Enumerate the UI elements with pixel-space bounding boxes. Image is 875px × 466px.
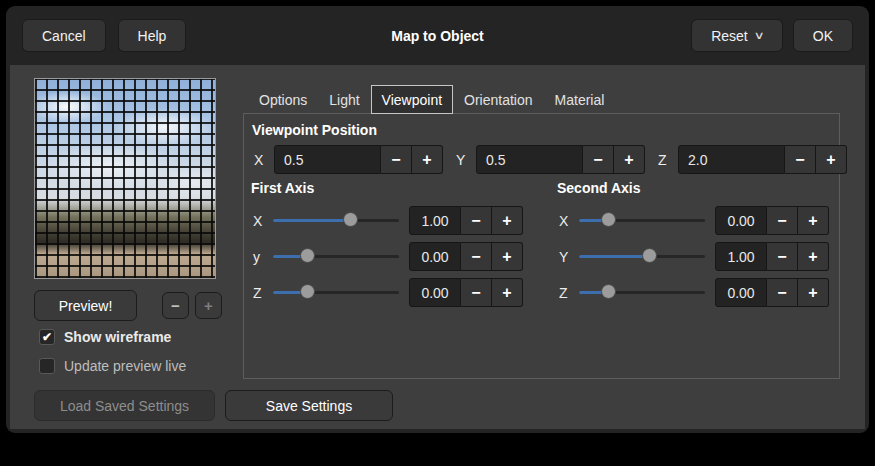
second-axis-z-row: Z 0.00 − +	[559, 278, 829, 307]
second-axis-x-row: X 0.00 − +	[559, 206, 829, 235]
update-preview-live-checkbox[interactable]: Update preview live	[39, 358, 186, 374]
tab-orientation[interactable]: Orientation	[453, 85, 543, 114]
plus-icon[interactable]: +	[798, 278, 829, 307]
slider-thumb[interactable]	[300, 284, 315, 299]
chevron-down-icon: ∨	[753, 29, 764, 42]
second-axis-x-slider[interactable]	[579, 206, 705, 235]
plus-icon[interactable]: +	[816, 145, 847, 174]
titlebar: Cancel Help Map to Object Reset ∨ OK	[6, 6, 869, 65]
x-label: X	[254, 152, 267, 168]
slider-thumb[interactable]	[601, 284, 616, 299]
slider-thumb[interactable]	[642, 248, 657, 263]
slider-thumb[interactable]	[343, 212, 358, 227]
minus-icon[interactable]: −	[461, 206, 492, 235]
viewpoint-x-field: X 0.5 − +	[254, 145, 443, 174]
second-axis-y-slider[interactable]	[579, 242, 705, 271]
cancel-button[interactable]: Cancel	[22, 19, 106, 52]
z-label: Z	[559, 285, 572, 301]
first-axis-y-row: y 0.00 − +	[253, 242, 523, 271]
plus-icon[interactable]: +	[614, 145, 645, 174]
z-label: Z	[253, 285, 266, 301]
plus-icon[interactable]: +	[492, 206, 523, 235]
second-axis-title: Second Axis	[557, 180, 641, 196]
tab-options[interactable]: Options	[248, 85, 318, 114]
second-axis-z-input[interactable]: 0.00	[715, 278, 767, 307]
x-label: X	[253, 213, 266, 229]
first-axis-x-slider[interactable]	[273, 206, 399, 235]
show-wireframe-label: Show wireframe	[64, 329, 171, 345]
minus-icon[interactable]: −	[381, 145, 412, 174]
first-axis-z-input[interactable]: 0.00	[409, 278, 461, 307]
update-preview-live-label: Update preview live	[64, 358, 186, 374]
plus-icon[interactable]: +	[492, 278, 523, 307]
viewpoint-z-input[interactable]: 2.0	[678, 145, 785, 174]
slider-thumb[interactable]	[300, 248, 315, 263]
reset-label: Reset	[711, 28, 748, 44]
y-label: y	[253, 249, 266, 265]
second-axis-z-slider[interactable]	[579, 278, 705, 307]
show-wireframe-checkbox[interactable]: ✔ Show wireframe	[39, 329, 171, 345]
minus-icon[interactable]: −	[461, 242, 492, 271]
plus-icon[interactable]: +	[798, 206, 829, 235]
notebook-tabs: Options Light Viewpoint Orientation Mate…	[248, 85, 615, 114]
y-label: Y	[559, 249, 572, 265]
map-to-object-dialog: Cancel Help Map to Object Reset ∨ OK Pre…	[6, 6, 869, 433]
minus-icon[interactable]: −	[461, 278, 492, 307]
checkbox-empty-icon	[39, 358, 55, 374]
save-settings-button[interactable]: Save Settings	[225, 390, 393, 421]
minus-icon[interactable]: −	[767, 278, 798, 307]
plus-icon[interactable]: +	[492, 242, 523, 271]
viewpoint-z-field: Z 2.0 − +	[658, 145, 847, 174]
viewpoint-x-input[interactable]: 0.5	[274, 145, 381, 174]
preview-button[interactable]: Preview!	[34, 290, 137, 321]
x-label: X	[559, 213, 572, 229]
dialog-content: Preview! − + ✔ Show wireframe Update pre…	[10, 65, 865, 429]
first-axis-x-input[interactable]: 1.00	[409, 206, 461, 235]
desktop-background: Cancel Help Map to Object Reset ∨ OK Pre…	[0, 0, 875, 466]
minus-icon[interactable]: −	[583, 145, 614, 174]
help-button[interactable]: Help	[118, 19, 187, 52]
minus-icon[interactable]: −	[785, 145, 816, 174]
viewpoint-y-input[interactable]: 0.5	[476, 145, 583, 174]
viewpoint-panel: Viewpoint Position X 0.5 − + Y 0.5 −	[243, 113, 840, 379]
plus-icon[interactable]: +	[798, 242, 829, 271]
slider-thumb[interactable]	[601, 212, 616, 227]
first-axis-x-row: X 1.00 − +	[253, 206, 523, 235]
preview-image[interactable]	[34, 78, 216, 279]
viewpoint-position-row: X 0.5 − + Y 0.5 − + Z	[254, 145, 860, 174]
ok-button[interactable]: OK	[793, 19, 853, 52]
titlebar-left-buttons: Cancel Help	[22, 19, 186, 52]
first-axis-title: First Axis	[251, 180, 314, 196]
first-axis-z-row: Z 0.00 − +	[253, 278, 523, 307]
viewpoint-position-title: Viewpoint Position	[252, 122, 377, 138]
reset-button[interactable]: Reset ∨	[691, 19, 783, 52]
checkbox-check-icon: ✔	[39, 329, 55, 345]
y-label: Y	[456, 152, 469, 168]
zoom-in-button[interactable]: +	[195, 292, 222, 319]
viewpoint-y-field: Y 0.5 − +	[456, 145, 645, 174]
load-saved-settings-button[interactable]: Load Saved Settings	[34, 390, 215, 421]
second-axis-y-row: Y 1.00 − +	[559, 242, 829, 271]
z-label: Z	[658, 152, 671, 168]
minus-icon[interactable]: −	[767, 242, 798, 271]
second-axis-y-input[interactable]: 1.00	[715, 242, 767, 271]
tab-viewpoint[interactable]: Viewpoint	[371, 85, 453, 114]
first-axis-z-slider[interactable]	[273, 278, 399, 307]
tab-material[interactable]: Material	[544, 85, 616, 114]
plus-icon[interactable]: +	[412, 145, 443, 174]
minus-icon[interactable]: −	[767, 206, 798, 235]
first-axis-y-slider[interactable]	[273, 242, 399, 271]
zoom-out-button[interactable]: −	[162, 292, 189, 319]
titlebar-right-buttons: Reset ∨ OK	[691, 19, 853, 52]
tab-light[interactable]: Light	[318, 85, 370, 114]
second-axis-x-input[interactable]: 0.00	[715, 206, 767, 235]
first-axis-y-input[interactable]: 0.00	[409, 242, 461, 271]
